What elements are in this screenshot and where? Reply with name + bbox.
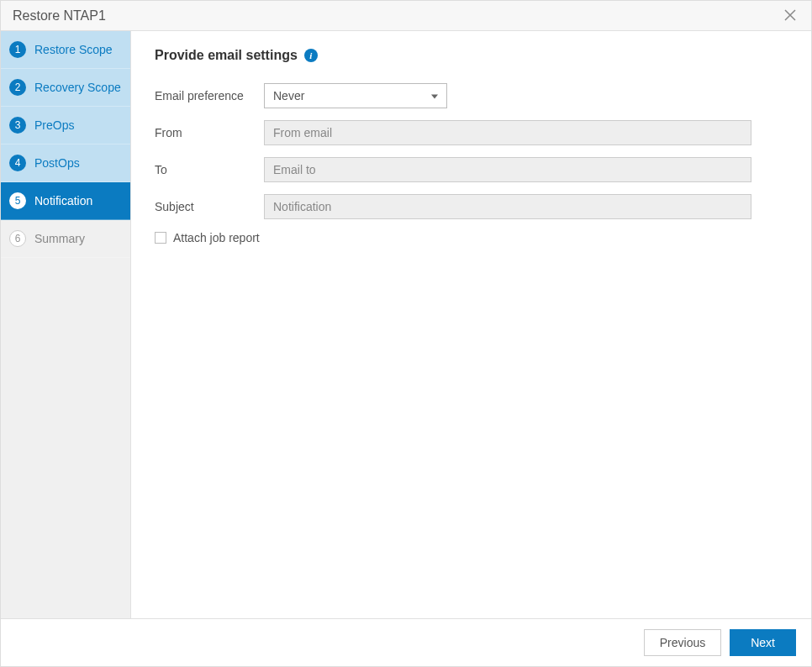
- email-preference-select[interactable]: Never: [264, 83, 447, 108]
- step-postops[interactable]: 4 PostOps: [1, 144, 130, 182]
- step-summary[interactable]: 6 Summary: [1, 220, 130, 258]
- info-icon[interactable]: i: [304, 49, 318, 62]
- select-value: Never: [273, 89, 304, 102]
- step-notification[interactable]: 5 Notification: [1, 182, 130, 220]
- to-input[interactable]: [264, 157, 751, 182]
- step-number: 6: [9, 230, 26, 247]
- step-number: 4: [9, 155, 26, 171]
- step-label: Notification: [34, 194, 92, 207]
- attach-job-report-label[interactable]: Attach job report: [173, 231, 260, 244]
- step-number: 3: [9, 117, 26, 134]
- step-preops[interactable]: 3 PreOps: [1, 107, 130, 144]
- step-number: 2: [9, 79, 26, 96]
- previous-button[interactable]: Previous: [644, 629, 721, 656]
- step-number: 5: [9, 192, 26, 209]
- subject-input[interactable]: [264, 194, 751, 219]
- step-label: PreOps: [34, 118, 74, 132]
- next-button[interactable]: Next: [730, 629, 796, 656]
- step-recovery-scope[interactable]: 2 Recovery Scope: [1, 69, 130, 107]
- page-title: Provide email settings i: [155, 48, 788, 63]
- from-label: From: [155, 126, 264, 139]
- to-label: To: [155, 163, 264, 176]
- dialog-title: Restore NTAP1: [13, 8, 106, 24]
- step-number: 1: [9, 41, 26, 58]
- from-input[interactable]: [264, 120, 751, 145]
- subject-label: Subject: [155, 200, 264, 213]
- step-label: Summary: [34, 232, 85, 245]
- attach-job-report-checkbox[interactable]: [155, 232, 166, 244]
- wizard-sidebar: 1 Restore Scope 2 Recovery Scope 3 PreOp…: [1, 31, 131, 618]
- step-restore-scope[interactable]: 1 Restore Scope: [1, 31, 130, 69]
- step-label: PostOps: [34, 156, 80, 170]
- page-title-text: Provide email settings: [155, 48, 298, 63]
- email-preference-label: Email preference: [155, 89, 264, 102]
- close-icon[interactable]: [781, 7, 799, 25]
- step-label: Restore Scope: [34, 43, 113, 56]
- step-label: Recovery Scope: [34, 81, 121, 94]
